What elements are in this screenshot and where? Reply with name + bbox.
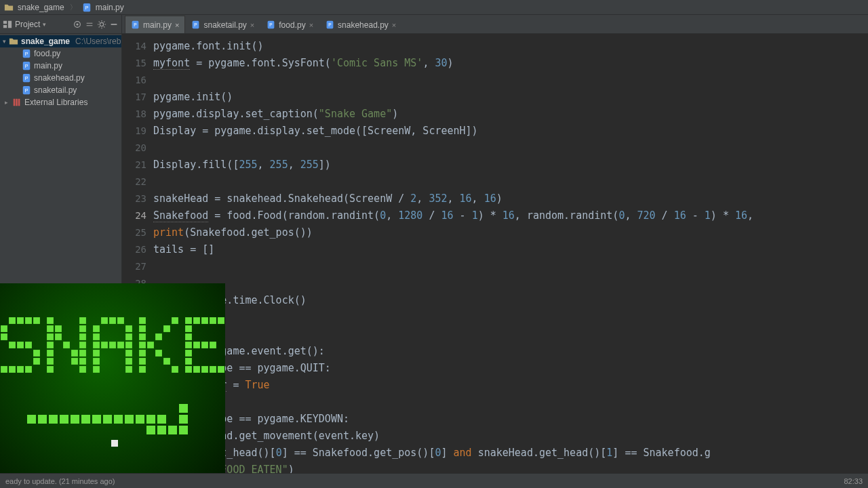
tab-label: snaketail.py	[203, 20, 246, 30]
status-bar: eady to update. (21 minutes ago) 82:33	[0, 473, 868, 488]
svg-text:P: P	[25, 88, 28, 93]
close-icon[interactable]: ×	[309, 21, 313, 29]
status-position: 82:33	[844, 477, 863, 485]
tab-label: snakehead.py	[338, 20, 389, 30]
svg-text:P: P	[25, 76, 28, 81]
editor-tabstrip: Pmain.py×Psnaketail.py×Pfood.py×Psnakehe…	[122, 15, 868, 33]
hide-icon[interactable]	[109, 20, 119, 29]
tab-label: main.py	[143, 20, 172, 30]
tree-item-label: snaketail.py	[34, 85, 77, 95]
close-icon[interactable]: ×	[250, 21, 254, 29]
chevron-right-icon[interactable]: ▸	[3, 99, 9, 106]
pixel-letter	[139, 317, 178, 373]
python-file-icon: P	[191, 20, 200, 29]
breadcrumb-folder[interactable]: snake_game	[18, 3, 64, 12]
svg-text:P: P	[195, 22, 197, 27]
code-area[interactable]: pygame.font.init()myfont = pygame.font.S…	[153, 34, 868, 473]
tree-file[interactable]: Psnaketail.py	[0, 84, 121, 96]
python-file-icon: P	[267, 20, 275, 29]
tree-root-path: C:\Users\rebba	[75, 37, 122, 46]
project-view-icon[interactable]	[3, 20, 12, 29]
svg-text:P: P	[134, 22, 136, 27]
chevron-down-icon[interactable]: ▾	[3, 38, 6, 45]
collapse-icon[interactable]	[85, 20, 94, 29]
python-file-icon: P	[22, 49, 31, 58]
tree-item-label: snakehead.py	[34, 73, 85, 83]
svg-rect-26	[16, 99, 18, 106]
pixel-letter	[1, 317, 40, 373]
code-editor[interactable]: 1415161718192021222324252627282930313233…	[122, 34, 868, 473]
snake-food-dot	[111, 440, 118, 447]
editor-tab[interactable]: Pmain.py×	[125, 16, 185, 33]
svg-text:P: P	[270, 22, 273, 27]
python-file-icon: P	[131, 20, 140, 29]
svg-text:P: P	[328, 22, 331, 27]
folder-icon	[9, 37, 18, 46]
svg-rect-8	[111, 24, 117, 25]
tree-item-label: main.py	[34, 61, 62, 70]
chevron-right-icon: 〉	[70, 3, 77, 12]
python-file-icon: P	[82, 3, 92, 12]
svg-rect-27	[18, 99, 20, 106]
library-icon	[12, 98, 22, 107]
pixel-letter	[185, 317, 224, 373]
chevron-down-icon[interactable]: ▾	[43, 21, 46, 28]
pixel-letter	[47, 317, 86, 373]
snake-overlay	[0, 283, 225, 473]
python-file-icon: P	[22, 61, 31, 70]
tree-root-name: snake_game	[21, 37, 70, 46]
svg-rect-3	[3, 24, 7, 27]
status-message: eady to update. (21 minutes ago)	[5, 477, 115, 485]
svg-point-6	[76, 23, 78, 25]
python-file-icon: P	[22, 73, 31, 83]
breadcrumb-file[interactable]: main.py	[96, 3, 124, 12]
svg-rect-2	[3, 20, 7, 23]
editor-tab[interactable]: Psnakehead.py×	[319, 16, 402, 33]
tree-root[interactable]: ▾ snake_game C:\Users\rebba	[0, 35, 121, 47]
tree-file[interactable]: Pfood.py	[0, 47, 121, 60]
editor-tab[interactable]: Psnaketail.py×	[185, 16, 260, 33]
tree-file[interactable]: Pmain.py	[0, 60, 121, 72]
snake-title	[1, 317, 224, 373]
editor-tab[interactable]: Pfood.py×	[260, 16, 319, 33]
tree-item-label: External Libraries	[24, 98, 87, 107]
python-file-icon: P	[22, 85, 31, 95]
python-file-icon: P	[326, 20, 334, 29]
breadcrumb: snake_game 〉 P main.py	[0, 0, 868, 15]
tree-file[interactable]: Psnakehead.py	[0, 72, 121, 84]
project-toolbar: Project ▾	[0, 15, 122, 33]
pixel-letter	[93, 317, 132, 373]
tab-label: food.py	[279, 20, 305, 30]
svg-text:P: P	[25, 64, 28, 68]
close-icon[interactable]: ×	[392, 21, 396, 29]
snake-body-graphic	[27, 404, 188, 434]
target-icon[interactable]	[73, 20, 82, 29]
svg-rect-4	[8, 20, 12, 28]
project-toolbar-label[interactable]: Project	[15, 20, 40, 29]
gear-icon[interactable]	[97, 20, 106, 29]
folder-icon	[4, 3, 14, 12]
svg-rect-25	[14, 99, 16, 106]
close-icon[interactable]: ×	[175, 21, 179, 29]
tree-external-libs[interactable]: ▸ External Libraries	[0, 96, 121, 108]
tree-item-label: food.py	[34, 49, 60, 58]
svg-point-7	[100, 22, 103, 26]
svg-text:P: P	[85, 5, 88, 9]
svg-text:P: P	[25, 52, 28, 56]
